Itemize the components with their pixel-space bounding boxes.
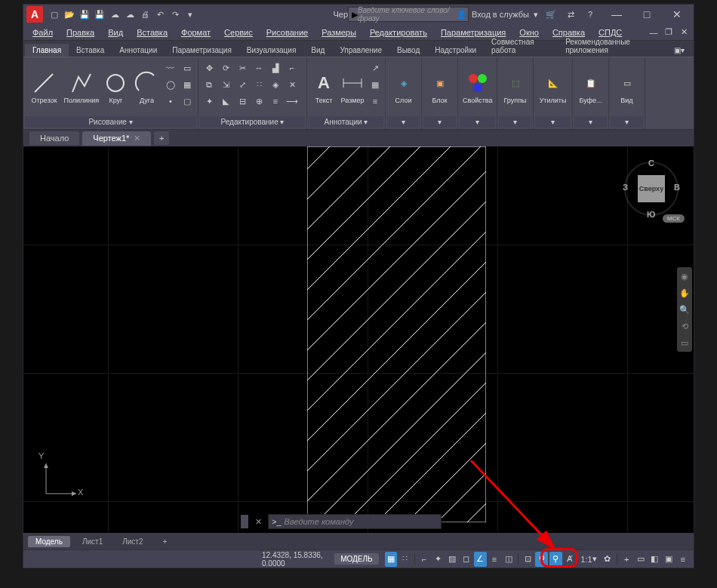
arc-button[interactable]: Дуга [132, 60, 162, 115]
layout-tab-sheet2[interactable]: Лист2 [115, 536, 150, 547]
offset-icon[interactable]: ◈ [268, 77, 283, 92]
cloud-open-icon[interactable]: ☁ [123, 8, 137, 21]
panel-clip-title[interactable]: ▾ [574, 116, 607, 128]
customize-status-icon[interactable]: ≡ [676, 552, 689, 567]
stretch-icon[interactable]: ⇲ [218, 77, 233, 92]
grid-toggle-icon[interactable]: ▦ [385, 552, 398, 567]
spline-icon[interactable]: 〰 [163, 60, 178, 75]
menu-draw[interactable]: Рисование [260, 26, 314, 38]
annoautoscale-icon[interactable]: ⚲ [549, 552, 562, 567]
ribbon-tab-manage[interactable]: Управление [332, 44, 389, 57]
rect-icon[interactable]: ▭ [180, 60, 195, 75]
zoom-icon[interactable]: 🔍 [679, 303, 691, 316]
hatch-icon[interactable]: ▦ [180, 77, 195, 92]
workspace-icon[interactable]: ✿ [602, 552, 614, 567]
cycling-icon[interactable]: ⊡ [522, 552, 534, 567]
mtext-icon[interactable]: ≡ [368, 94, 383, 109]
command-input[interactable]: >_ Введите команду [268, 514, 442, 529]
chamfer-icon[interactable]: ◣ [218, 94, 233, 109]
cleanscreen-icon[interactable]: ▣ [663, 552, 675, 567]
fillet-icon[interactable]: ⌐ [285, 60, 300, 75]
break-icon[interactable]: ⊟ [235, 94, 250, 109]
menu-tools[interactable]: Сервис [218, 26, 259, 38]
search-box[interactable]: ▶ Введите ключевое слово/фразу [348, 7, 469, 22]
ribbon-tab-insert[interactable]: Вставка [69, 44, 112, 57]
join-icon[interactable]: ⊕ [251, 94, 266, 109]
point-icon[interactable]: • [163, 94, 178, 109]
leader-icon[interactable]: ↗ [368, 60, 383, 75]
quickprops-icon[interactable]: + [620, 552, 633, 567]
circle-button[interactable]: Круг [101, 60, 131, 115]
command-close-icon[interactable]: ✕ [251, 515, 265, 528]
viewcube-top-face[interactable]: Сверху [638, 175, 665, 202]
panel-modify-title[interactable]: Редактирование ▾ [200, 116, 305, 128]
ortho-toggle-icon[interactable]: ⌐ [418, 552, 431, 567]
region-icon[interactable]: ▢ [180, 94, 195, 109]
annoscale-icon[interactable]: Ⱥ [564, 552, 577, 567]
isodraft-icon[interactable]: ▨ [446, 552, 459, 567]
ribbon-tab-output[interactable]: Вывод [389, 44, 427, 57]
line-button[interactable]: Отрезок [26, 60, 62, 115]
panel-groups-title[interactable]: ▾ [499, 116, 531, 128]
panel-props-title[interactable]: ▾ [460, 116, 495, 128]
lengthen-icon[interactable]: ⟶ [285, 94, 300, 109]
ribbon-tab-view[interactable]: Вид [303, 44, 332, 57]
drawing-canvas[interactable]: Y X Сверху С Ю В З МСК ◉ ✋ 🔍 ⟲ ▭ ✕ >_ Вв… [23, 146, 694, 533]
viewcube[interactable]: Сверху С Ю В З [621, 159, 682, 219]
menu-edit[interactable]: Правка [60, 26, 100, 38]
ribbon-tab-recom[interactable]: Рекомендованные приложения [558, 35, 666, 57]
steering-wheel-icon[interactable]: ◉ [679, 270, 691, 282]
menu-insert[interactable]: Вставка [131, 26, 174, 38]
command-grip-icon[interactable] [241, 515, 248, 528]
print-icon[interactable]: 🖨 [138, 8, 152, 21]
lineweight-icon[interactable]: ≡ [488, 552, 501, 567]
copy-icon[interactable]: ⧉ [202, 77, 217, 92]
app-logo[interactable]: A [26, 6, 43, 23]
ribbon-collapse-icon[interactable]: ▣▾ [666, 44, 692, 57]
ribbon-tab-collab[interactable]: Совместная работа [484, 35, 558, 57]
otrack-toggle-icon[interactable]: ∠ [474, 552, 487, 567]
ribbon-tab-addons[interactable]: Надстройки [427, 44, 484, 57]
menu-format[interactable]: Формат [175, 26, 217, 38]
layout-tab-model[interactable]: Модель [28, 536, 70, 547]
ribbon-tab-annot[interactable]: Аннотации [112, 44, 165, 57]
close-button[interactable]: ✕ [663, 6, 691, 23]
erase-icon[interactable]: ✕ [285, 77, 300, 92]
trim-icon[interactable]: ✂ [235, 60, 250, 75]
qat-dropdown-icon[interactable]: ▾ [183, 8, 197, 21]
new-icon[interactable]: ▢ [48, 8, 61, 21]
viewcube-south[interactable]: Ю [647, 210, 655, 219]
panel-view-title[interactable]: ▾ [611, 116, 643, 128]
mirror-icon[interactable]: ▟ [268, 60, 283, 75]
snap-toggle-icon[interactable]: ∷ [399, 552, 411, 567]
cloud-save-icon[interactable]: ☁ [108, 8, 122, 21]
move-icon[interactable]: ✥ [202, 60, 217, 75]
add-layout-button[interactable]: + [155, 536, 175, 547]
scale-icon[interactable]: ⤢ [235, 77, 250, 92]
status-coordinates[interactable]: 12.4328, 15.8336, 0.0000 [262, 551, 327, 568]
mdi-close-icon[interactable]: ✕ [677, 26, 691, 39]
cart-icon[interactable]: 🛒 [544, 8, 558, 21]
view-button[interactable]: ▭Вид [612, 60, 642, 115]
align-icon[interactable]: ≡ [268, 94, 283, 109]
table-icon[interactable]: ▦ [368, 77, 383, 92]
panel-annot-title[interactable]: Аннотации ▾ [309, 116, 383, 128]
annomonitor-icon[interactable]: ⚲ [535, 552, 548, 567]
file-tab-drawing1[interactable]: Чертеж1*✕ [82, 131, 151, 146]
utilities-button[interactable]: 📐Утилиты [537, 60, 569, 115]
polyline-button[interactable]: Полилиния [63, 60, 100, 115]
showmotion-icon[interactable]: ▭ [679, 337, 691, 349]
redo-icon[interactable]: ↷ [168, 8, 182, 21]
menu-dim[interactable]: Размеры [315, 26, 362, 38]
close-tab-icon[interactable]: ✕ [134, 134, 140, 143]
minimize-button[interactable]: — [603, 6, 630, 23]
transparency-icon[interactable]: ◫ [502, 552, 515, 567]
hardware-accel-icon[interactable]: ▭ [635, 552, 648, 567]
maximize-button[interactable]: □ [633, 6, 660, 23]
polar-toggle-icon[interactable]: ✦ [432, 552, 445, 567]
menu-view[interactable]: Вид [102, 26, 129, 38]
extend-icon[interactable]: ↔ [251, 60, 266, 75]
layers-button[interactable]: ◈Слои [389, 60, 418, 115]
add-tab-button[interactable]: + [154, 131, 169, 145]
dimension-button[interactable]: Размер [339, 60, 366, 115]
